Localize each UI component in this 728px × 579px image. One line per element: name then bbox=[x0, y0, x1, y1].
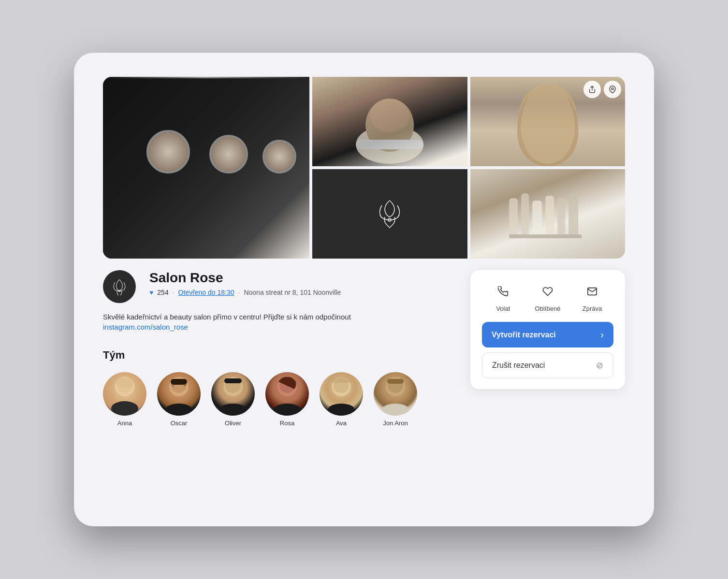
avatar-oliver-svg bbox=[211, 372, 255, 416]
svg-point-19 bbox=[111, 401, 138, 416]
salon-description: Skvělé kadeřnictví a beauty salon přímo … bbox=[103, 312, 457, 323]
team-title: Tým bbox=[103, 349, 457, 362]
svg-point-23 bbox=[165, 404, 192, 416]
main-content: Salon Rose ♥ 254 · Otevřeno do 18:30 · N… bbox=[103, 259, 625, 427]
call-label: Volat bbox=[496, 305, 510, 312]
cancel-circle-icon: ⊘ bbox=[596, 360, 603, 371]
opening-hours[interactable]: Otevřeno do 18:30 bbox=[178, 289, 234, 296]
svg-rect-22 bbox=[171, 379, 187, 385]
svg-rect-3 bbox=[356, 140, 423, 149]
salon-instagram-link[interactable]: instagram.com/salon_rose bbox=[103, 323, 188, 331]
team-member-rosa[interactable]: Rosa bbox=[265, 372, 309, 427]
mirror-decoration-3 bbox=[262, 140, 296, 174]
avatar-anna bbox=[103, 372, 146, 416]
favorite-action[interactable]: Oblíbené bbox=[535, 281, 561, 312]
svg-point-6 bbox=[612, 88, 613, 90]
salon-info-row: Salon Rose ♥ 254 · Otevřeno do 18:30 · N… bbox=[103, 270, 457, 303]
salon-meta: ♥ 254 · Otevřeno do 18:30 · Noona streat… bbox=[149, 289, 457, 296]
team-member-rosa-name: Rosa bbox=[280, 420, 294, 427]
photo-main bbox=[103, 77, 309, 259]
photo-logo bbox=[312, 169, 467, 259]
message-action[interactable]: Zpráva bbox=[582, 281, 603, 312]
team-member-oscar-name: Oscar bbox=[171, 420, 188, 427]
message-icon bbox=[582, 281, 603, 302]
action-card: Volat Oblíbené bbox=[470, 270, 625, 389]
message-label: Zpráva bbox=[582, 305, 602, 312]
team-members: Anna bbox=[103, 372, 457, 427]
svg-point-2 bbox=[370, 99, 409, 132]
team-member-jon-aron-name: Jon Aron bbox=[383, 420, 408, 427]
svg-rect-10 bbox=[532, 201, 542, 237]
heart-icon: ♥ bbox=[149, 289, 153, 296]
phone-icon bbox=[493, 281, 514, 302]
team-member-ava[interactable]: Ava bbox=[320, 372, 363, 427]
svg-point-30 bbox=[274, 404, 301, 416]
team-member-oliver-name: Oliver bbox=[225, 420, 241, 427]
avatar-rosa-svg bbox=[265, 372, 309, 416]
team-member-anna[interactable]: Anna bbox=[103, 372, 146, 427]
location-button[interactable] bbox=[604, 81, 621, 98]
avatar-oscar bbox=[157, 372, 201, 416]
svg-rect-26 bbox=[224, 378, 242, 383]
svg-rect-13 bbox=[568, 193, 578, 237]
avatar-jon bbox=[374, 372, 417, 416]
photo-grid bbox=[103, 77, 625, 259]
team-member-ava-name: Ava bbox=[336, 420, 347, 427]
dot-separator: · bbox=[173, 289, 175, 296]
svg-rect-14 bbox=[509, 234, 582, 238]
team-member-jon-aron[interactable]: Jon Aron bbox=[374, 372, 417, 427]
action-card-wrapper: Volat Oblíbené bbox=[470, 259, 625, 427]
avatar-oliver bbox=[211, 372, 255, 416]
avatar-ava bbox=[320, 372, 363, 416]
mirror-decoration-2 bbox=[209, 135, 248, 174]
salon-address: Noona streat nr 8, 101 Noonville bbox=[244, 289, 341, 296]
svg-point-37 bbox=[382, 404, 409, 416]
photo-hair-result bbox=[470, 77, 625, 166]
rating-count: 254 bbox=[157, 289, 168, 296]
cancel-button[interactable]: Zrušit rezervaci ⊘ bbox=[482, 352, 613, 378]
hairwash-svg bbox=[312, 77, 467, 166]
salon-name: Salon Rose bbox=[149, 270, 457, 286]
products-svg bbox=[470, 169, 625, 259]
avatar-rosa bbox=[265, 372, 309, 416]
svg-rect-9 bbox=[521, 193, 529, 237]
salon-avatar-logo bbox=[111, 278, 128, 295]
avatar-jon-svg bbox=[374, 372, 417, 416]
team-section: Tým Anna bbox=[103, 349, 457, 427]
svg-rect-12 bbox=[557, 198, 565, 237]
call-action[interactable]: Volat bbox=[493, 281, 514, 312]
cancel-label: Zrušit rezervaci bbox=[492, 361, 545, 370]
photo-products bbox=[470, 169, 625, 259]
avatar-ava-svg bbox=[320, 372, 363, 416]
left-content: Salon Rose ♥ 254 · Otevřeno do 18:30 · N… bbox=[103, 259, 457, 427]
heart-icon-action bbox=[537, 281, 558, 302]
svg-rect-11 bbox=[545, 196, 554, 237]
svg-point-33 bbox=[328, 404, 355, 416]
team-member-oscar[interactable]: Oscar bbox=[157, 372, 201, 427]
avatar-anna-svg bbox=[103, 372, 146, 416]
photo-action-buttons bbox=[583, 81, 621, 98]
avatar-oscar-svg bbox=[157, 372, 201, 416]
salon-details: Salon Rose ♥ 254 · Otevřeno do 18:30 · N… bbox=[149, 270, 457, 296]
team-member-oliver[interactable]: Oliver bbox=[211, 372, 255, 427]
team-member-anna-name: Anna bbox=[117, 420, 132, 427]
svg-rect-8 bbox=[509, 198, 518, 237]
svg-point-27 bbox=[219, 404, 247, 416]
mirror-decoration-1 bbox=[146, 130, 190, 174]
photo-hairwash bbox=[312, 77, 467, 166]
favorite-label: Oblíbené bbox=[535, 305, 561, 312]
chevron-right-icon: › bbox=[600, 329, 604, 340]
device-frame: Salon Rose ♥ 254 · Otevřeno do 18:30 · N… bbox=[74, 53, 654, 526]
share-button[interactable] bbox=[583, 81, 601, 98]
dot-separator-2: · bbox=[238, 289, 240, 296]
action-icons-row: Volat Oblíbené bbox=[482, 281, 613, 312]
reserve-button[interactable]: Vytvořit rezervaci › bbox=[482, 322, 613, 347]
salon-avatar bbox=[103, 270, 136, 303]
salon-interior-image bbox=[103, 77, 309, 259]
salon-logo-svg bbox=[370, 195, 409, 233]
svg-rect-36 bbox=[387, 379, 404, 384]
reserve-label: Vytvořit rezervaci bbox=[492, 331, 556, 339]
